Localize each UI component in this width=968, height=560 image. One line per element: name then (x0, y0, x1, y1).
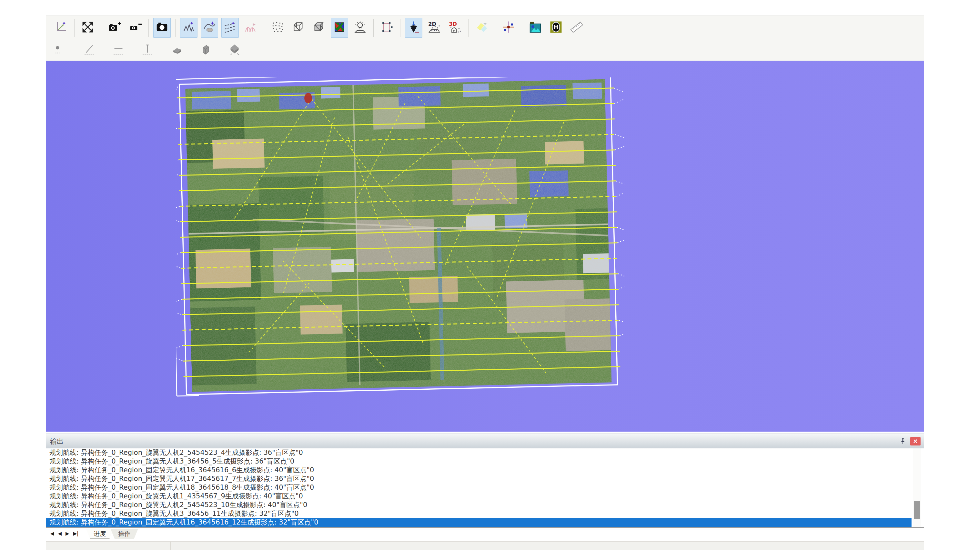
log-line[interactable]: 规划航线: 异构任务_0_Region_固定翼无人机16_3645616_12生… (46, 518, 912, 527)
toolbar-route-curve-button[interactable] (201, 18, 218, 38)
toolbar-camera-zoom-in-button[interactable] (106, 18, 123, 38)
toolbar-separator (522, 19, 522, 37)
toolbar-cube-textured-button[interactable] (331, 18, 348, 38)
toolbar-points-2d-button[interactable]: 2D (426, 18, 443, 38)
log-line[interactable]: 规划航线: 异构任务_0_Region_旋翼无人机3_36456_5生成摄影点:… (46, 457, 912, 466)
log-scrollbar-track[interactable] (913, 448, 921, 527)
toolbar-measure-vertical-line-button[interactable] (140, 41, 155, 58)
log-line[interactable]: 规划航线: 异构任务_0_Region_固定翼无人机17_3645617_7生成… (46, 474, 912, 483)
route-curve-icon (203, 21, 216, 35)
toolbar-ruler-button[interactable] (568, 18, 585, 38)
toolbar-measure-box-button[interactable] (198, 41, 213, 58)
points-2d-icon: 2D (428, 21, 441, 35)
toolbar-measure-cube-button[interactable] (227, 41, 242, 58)
camera-capture-icon (156, 21, 168, 35)
log-line[interactable]: 规划航线: 异构任务_0_Region_固定翼无人机18_3645618_8生成… (46, 483, 912, 492)
log-line[interactable]: 规划航线: 异构任务_0_Region_旋翼无人机2_5454523_4生成摄影… (46, 448, 912, 457)
cube-shaded-icon (312, 21, 325, 35)
toolbar-separator (148, 19, 149, 37)
toolbar-route-walk-button[interactable] (180, 18, 197, 38)
measure-vertical-line-icon (141, 43, 154, 57)
toolbar-measure-horizontal-line-button[interactable] (111, 41, 126, 58)
log-scrollbar-thumb[interactable] (914, 501, 920, 519)
log-line[interactable]: 规划航线: 异构任务_0_Region_旋翼无人机2_5454523_10生成摄… (46, 500, 912, 509)
toolbar-measure-point-button[interactable] (53, 41, 68, 58)
color-swatch-icon (475, 21, 488, 35)
toolbar-photo-image-button[interactable] (527, 18, 544, 38)
main-toolbar: 2D3DH (46, 15, 924, 39)
fit-extent-icon (81, 21, 94, 35)
toolbar-cube-wireframe-button[interactable] (289, 18, 307, 38)
toolbar-fit-extent-button[interactable] (79, 18, 96, 38)
toolbar-crosshair-target-button[interactable] (500, 18, 517, 38)
toolbar-plumb-marker-button[interactable] (405, 18, 423, 38)
toolbar-measure-plane-button[interactable] (169, 41, 184, 58)
toolbar-model-3d-button[interactable]: 3D (446, 18, 464, 38)
plumb-marker-icon (407, 21, 420, 35)
toolbar-axis-view-button[interactable] (52, 18, 70, 38)
toolbar-light-bulb-button[interactable] (351, 18, 369, 38)
output-log-list: 规划航线: 异构任务_0_Region_旋翼无人机2_5454523_4生成摄影… (46, 448, 924, 528)
route-dashed-lines-icon (224, 21, 237, 35)
output-tab-strip: ◀◀▶▶| 进度操作 (46, 529, 924, 541)
toolbar-color-swatch-button[interactable] (473, 18, 491, 38)
toolbar-separator (101, 19, 101, 37)
point-cloud-icon (271, 21, 284, 35)
measure-horizontal-line-icon (112, 43, 125, 57)
toolbar-separator (74, 19, 75, 37)
measure-point-icon (54, 43, 67, 57)
3d-viewport-canvas[interactable] (46, 61, 924, 432)
measure-toolbar (46, 39, 924, 61)
flight-plan-map (176, 78, 624, 400)
app-window: { "window": {"background": "#ffffff"}, "… (0, 0, 968, 560)
scroll-last-button[interactable]: ▶| (73, 531, 79, 537)
toolbar-separator (373, 19, 374, 37)
axis-view-icon (55, 21, 68, 35)
toolbar-helipad-button[interactable]: H (547, 18, 565, 38)
tab-进度[interactable]: 进度 (86, 529, 114, 539)
measure-slant-line-icon (83, 43, 96, 57)
measure-cube-icon (228, 43, 241, 57)
toolbar-separator (175, 19, 176, 37)
toolbar-measure-slant-line-button[interactable] (82, 41, 97, 58)
output-panel-header: 输出 × (46, 434, 924, 448)
model-3d-icon: 3D (449, 21, 461, 35)
camera-zoom-in-icon (108, 21, 121, 35)
ruler-icon (570, 21, 583, 35)
close-icon[interactable]: × (910, 437, 921, 446)
measure-box-icon (199, 43, 212, 57)
log-line[interactable]: 规划航线: 异构任务_0_Region_固定翼无人机16_3645616_6生成… (46, 466, 912, 474)
toolbar-camera-capture-button[interactable] (153, 18, 171, 38)
pin-icon[interactable] (898, 437, 908, 446)
toolbar-separator (468, 19, 469, 37)
toolbar-camera-zoom-out-button[interactable] (126, 18, 144, 38)
svg-text:3D: 3D (449, 21, 457, 27)
toolbar-terrain-arcs-button[interactable] (242, 18, 259, 38)
measure-plane-icon (170, 43, 183, 57)
scroll-next-button[interactable]: ▶ (66, 531, 70, 537)
toolbar-point-cloud-button[interactable] (269, 18, 286, 38)
helipad-icon: H (550, 21, 562, 35)
terrain-arcs-icon (244, 21, 257, 35)
light-bulb-icon (354, 21, 366, 35)
cube-wireframe-icon (292, 21, 305, 35)
photo-image-icon (529, 21, 542, 35)
output-panel-title: 输出 (50, 437, 63, 446)
log-line[interactable]: 规划航线: 异构任务_0_Region_旋翼无人机1_4354567_9生成摄影… (46, 492, 912, 500)
log-line[interactable]: 规划航线: 异构任务_0_Region_旋翼无人机3_36456_11生成摄影点… (46, 509, 912, 518)
tab-操作[interactable]: 操作 (110, 529, 138, 539)
toolbar-separator (264, 19, 264, 37)
toolbar-route-dashed-lines-button[interactable] (221, 18, 239, 38)
scroll-prev-button[interactable]: ◀ (58, 531, 62, 537)
route-walk-icon (182, 21, 195, 35)
cube-textured-icon (333, 21, 346, 35)
status-bar (46, 541, 924, 550)
camera-zoom-out-icon (129, 21, 142, 35)
toolbar-select-rectangle-button[interactable] (378, 18, 396, 38)
select-rectangle-icon (380, 21, 393, 35)
svg-text:H: H (554, 24, 559, 30)
crosshair-target-icon (502, 21, 515, 35)
scroll-first-button[interactable]: ◀ (50, 531, 54, 537)
toolbar-cube-shaded-button[interactable] (310, 18, 328, 38)
